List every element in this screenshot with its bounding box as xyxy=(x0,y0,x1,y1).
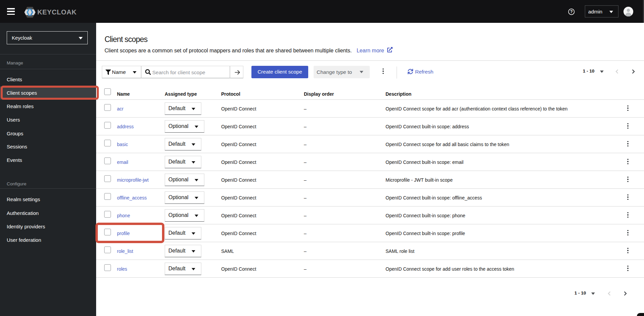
svg-text:?: ? xyxy=(570,9,573,14)
